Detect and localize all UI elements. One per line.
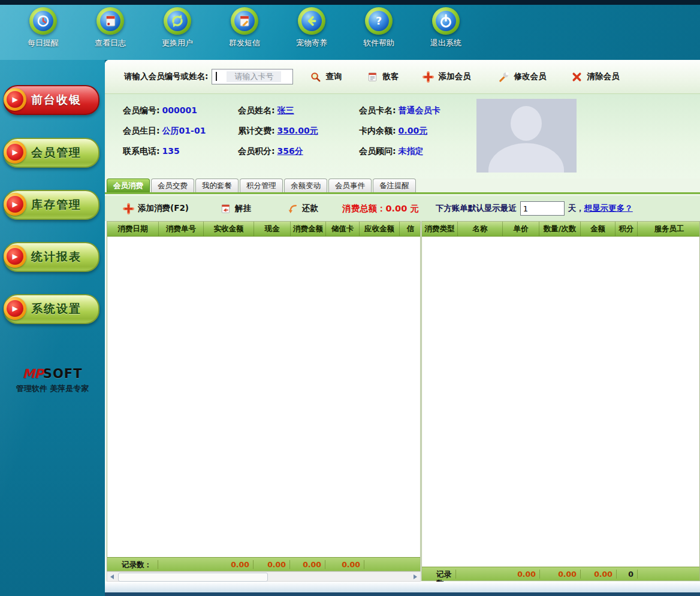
sidebar-button-4[interactable]: ▶统计报表 — [4, 242, 99, 272]
sidebar-button-2[interactable]: ▶会员管理 — [4, 138, 99, 168]
unhang-button[interactable]: 解挂 — [220, 203, 251, 214]
sidebar-button-3[interactable]: ▶库存管理 — [4, 190, 99, 220]
sidebar-button-1[interactable]: ▶前台收银 — [4, 85, 99, 115]
scroll-left-button[interactable] — [107, 572, 117, 581]
member-field-value: 公历01-01 — [162, 126, 206, 135]
logo-tagline: 管理软件 美萍是专家 — [0, 383, 105, 394]
tab-7[interactable]: 备注提醒 — [373, 179, 416, 192]
search-label: 请输入会员编号或姓名: — [124, 71, 208, 82]
member-field-value[interactable]: 张三 — [277, 105, 294, 115]
member-field-value[interactable]: 0.00元 — [399, 126, 428, 135]
consume-bill-table: 消费日期消费单号实收金额现金消费金额储值卡应收金额信 记录数：0.000.000… — [107, 221, 421, 571]
member-field-label: 卡内余额: — [359, 126, 396, 135]
column-header[interactable]: 应收金额 — [359, 222, 399, 236]
power-icon — [432, 7, 460, 35]
add-member-button[interactable]: 添加会员 — [423, 71, 470, 83]
tab-4[interactable]: 积分管理 — [240, 179, 283, 192]
switch-user-icon — [164, 7, 191, 35]
scrollbar-track[interactable] — [117, 572, 411, 581]
avatar-shoulders — [488, 143, 564, 173]
column-header[interactable]: 金额 — [580, 222, 615, 236]
scroll-right-button[interactable] — [411, 572, 420, 581]
toolbar-item-1[interactable]: 每日提醒 — [10, 7, 77, 49]
right-arrow-icon — [414, 574, 417, 579]
arrow-badge-icon: ▶ — [4, 193, 26, 216]
query-button[interactable]: 查询 — [310, 71, 342, 83]
column-header[interactable]: 消费类型 — [422, 222, 457, 236]
member-field-label: 会员顾问: — [359, 146, 396, 156]
help-icon: ? — [365, 7, 393, 35]
sidebar-button-label: 会员管理 — [31, 145, 82, 161]
column-header[interactable]: 单价 — [502, 222, 539, 236]
member-field: 累计交费:350.00元 — [238, 125, 359, 137]
edit-member-button-label: 修改会员 — [514, 71, 546, 82]
toolbar-item-4[interactable]: 群发短信 — [211, 7, 278, 49]
consume-total: 消费总额：0.00 元 — [342, 203, 419, 214]
column-header[interactable]: 消费单号 — [158, 222, 203, 236]
left-arrow-icon — [110, 574, 114, 579]
sidebar-button-label: 系统设置 — [31, 301, 82, 317]
consume-bill-table-footer: 记录数：0.000.000.000.00 — [107, 557, 420, 571]
sidebar-button-5[interactable]: ▶系统设置 — [4, 294, 99, 324]
clock-icon — [29, 7, 57, 35]
walkin-button[interactable]: 散客 — [367, 71, 399, 83]
tab-6[interactable]: 会员事件 — [328, 179, 372, 192]
column-header[interactable]: 积分 — [615, 222, 637, 236]
member-field-label: 会员卡名: — [359, 105, 396, 115]
column-header[interactable]: 现金 — [254, 222, 290, 236]
column-header[interactable]: 数量/次数 — [539, 222, 580, 236]
column-header[interactable]: 储值卡 — [325, 222, 359, 236]
tab-3[interactable]: 我的套餐 — [195, 179, 239, 192]
repay-button[interactable]: 还款 — [287, 203, 318, 214]
walkin-button-label: 散客 — [382, 71, 399, 82]
add-consume-button[interactable]: 添加消费(F2) — [123, 203, 189, 214]
footer-total-value: 0.00 — [456, 570, 540, 579]
member-field-label: 会员编号: — [123, 105, 160, 115]
sidebar-button-label: 前台收银 — [31, 92, 82, 108]
add-consume-label: 添加消费(F2) — [138, 203, 189, 214]
column-header[interactable]: 实收金额 — [203, 222, 254, 236]
window-top-strip — [0, 0, 700, 5]
horizontal-scrollbar[interactable] — [107, 571, 421, 582]
footer-total-value: 0.00 — [581, 570, 617, 579]
tab-1[interactable]: 会员消费 — [107, 179, 150, 192]
toolbar-item-label: 更换用户 — [162, 38, 193, 49]
column-header[interactable]: 消费金额 — [290, 222, 325, 236]
toolbar-item-label: 退出系统 — [430, 38, 461, 49]
member-field-label: 会员积分: — [238, 146, 275, 156]
toolbar-item-label: 宠物寄养 — [296, 38, 327, 49]
member-field-label: 累计交费: — [238, 126, 275, 135]
toolbar-item-7[interactable]: 退出系统 — [412, 7, 479, 49]
tab-5[interactable]: 余额变动 — [284, 179, 327, 192]
bottom-bar — [105, 592, 700, 596]
member-field: 联系电话:135 — [123, 145, 238, 157]
toolbar-item-6[interactable]: ?软件帮助 — [345, 7, 412, 49]
recent-days-input[interactable] — [520, 201, 565, 216]
footer-total-value: 0.00 — [158, 560, 254, 569]
arrow-badge-icon: ▶ — [4, 141, 26, 164]
consume-total-unit: 元 — [410, 204, 419, 213]
card-number-input[interactable]: 请输入卡号 — [212, 69, 293, 84]
toolbar-item-2[interactable]: 查看日志 — [77, 7, 144, 49]
column-header[interactable]: 信 — [399, 222, 420, 236]
member-field: 会员编号:000001 — [123, 104, 238, 116]
consume-detail-table-body[interactable] — [422, 237, 699, 567]
logo-mp-text: MP — [23, 367, 43, 381]
tab-2[interactable]: 会员交费 — [151, 179, 194, 192]
edit-member-button[interactable]: 修改会员 — [498, 71, 546, 83]
consume-detail-table-footer: 记录数：0.000.000.000 — [422, 567, 699, 580]
show-more-link[interactable]: 想显示更多？ — [584, 203, 633, 214]
member-field-value[interactable]: 350.00元 — [277, 126, 318, 135]
column-header[interactable]: 服务员工 — [637, 222, 699, 236]
toolbar-item-3[interactable]: 更换用户 — [144, 7, 211, 49]
column-header[interactable]: 消费日期 — [107, 222, 158, 236]
footer-total-value: 0.00 — [290, 560, 325, 569]
column-header[interactable]: 名称 — [457, 222, 502, 236]
member-field-value[interactable]: 356分 — [277, 146, 303, 156]
clear-member-button[interactable]: 清除会员 — [571, 71, 619, 83]
pet-boarding-icon — [298, 7, 325, 35]
toolbar-item-5[interactable]: 宠物寄养 — [278, 7, 345, 49]
consume-bill-table-body[interactable] — [107, 237, 420, 557]
member-field-value: 未指定 — [399, 146, 424, 156]
scrollbar-thumb[interactable] — [118, 573, 268, 582]
